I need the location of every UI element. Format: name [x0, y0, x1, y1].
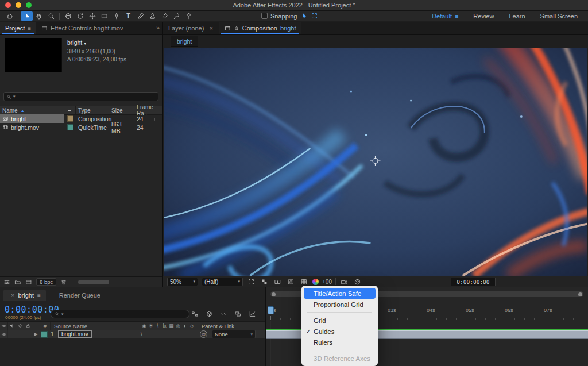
comp-flow-button[interactable]: [191, 310, 199, 318]
column-label[interactable]: [64, 106, 76, 114]
tool-type[interactable]: T: [122, 11, 134, 21]
layer-row[interactable]: ▶ 1 bright.mov \ @ None ▾: [0, 330, 265, 338]
timeline-search-input[interactable]: ▾: [51, 310, 189, 318]
interpret-footage-icon[interactable]: [3, 279, 10, 286]
menu-item-guides[interactable]: ✓Guides: [304, 326, 376, 337]
effects-switch-icon[interactable]: fx: [162, 323, 168, 329]
workspace-small-screen[interactable]: Small Screen: [540, 13, 578, 20]
column-name[interactable]: Name ▲: [0, 106, 64, 114]
project-row-footage[interactable]: bright.mov QuickTime 863 MB 24: [0, 123, 162, 132]
snapping-checkbox[interactable]: [261, 13, 268, 19]
snap-arrow-button[interactable]: [300, 12, 308, 20]
layer-switches[interactable]: \: [138, 332, 198, 337]
roi-button[interactable]: [246, 278, 256, 286]
menu-item-grid[interactable]: Grid: [304, 315, 376, 326]
collapse-switch-icon[interactable]: ☀: [148, 323, 154, 329]
tool-home[interactable]: [3, 11, 16, 21]
workspace-menu-icon[interactable]: ≡: [455, 13, 458, 20]
resolution-select[interactable]: (Half)▾: [202, 278, 243, 286]
trash-icon[interactable]: [60, 279, 67, 286]
audio-toggle[interactable]: [8, 330, 16, 338]
new-folder-icon[interactable]: [14, 279, 21, 286]
search-options-icon[interactable]: ▾: [61, 312, 64, 317]
tool-roto-brush[interactable]: [171, 11, 183, 21]
tool-orbit[interactable]: [62, 11, 74, 21]
column-size[interactable]: Size: [109, 106, 134, 114]
quality-switch-icon[interactable]: \: [141, 332, 142, 337]
parent-select[interactable]: None ▾: [212, 330, 256, 338]
panel-menu-icon[interactable]: ≡: [28, 25, 31, 32]
snap-corners-button[interactable]: [311, 12, 318, 20]
menu-item-proportional-grid[interactable]: Proportional Grid: [304, 299, 376, 310]
workspace-review[interactable]: Review: [473, 13, 494, 20]
twirl-icon[interactable]: ▶: [32, 332, 40, 337]
layer-color-chip[interactable]: [41, 331, 48, 338]
label-swatch[interactable]: [67, 124, 74, 130]
tab-project[interactable]: Project ≡: [0, 22, 36, 34]
tool-pan-behind[interactable]: [86, 11, 98, 21]
horizontal-scrollbar[interactable]: [78, 280, 109, 284]
magnification-select[interactable]: 50%▾: [167, 278, 198, 286]
bit-depth-button[interactable]: 8 bpc: [36, 278, 56, 286]
solo-toggle[interactable]: [16, 330, 24, 338]
mask-button[interactable]: [286, 278, 296, 286]
composition-mini-tab[interactable]: bright: [171, 36, 198, 47]
adjustment-switch-icon[interactable]: ◐: [182, 323, 188, 329]
navigator-handle-left[interactable]: [272, 292, 276, 296]
zoom-window-button[interactable]: [26, 2, 32, 8]
preview-time-field[interactable]: 0:00:00:00: [451, 278, 496, 286]
tool-brush[interactable]: [134, 11, 146, 21]
tool-clone-stamp[interactable]: [146, 11, 158, 21]
source-name-column-header[interactable]: Source Name: [51, 322, 138, 330]
tab-layer-viewer[interactable]: Layer (none) ×: [163, 22, 219, 34]
close-window-button[interactable]: [5, 2, 11, 8]
3d-switch-icon[interactable]: ◇: [189, 323, 195, 329]
column-frame-rate[interactable]: Frame Ra..: [134, 106, 162, 114]
lock-toggle[interactable]: [24, 330, 32, 338]
workspace-default[interactable]: Default≡: [432, 13, 458, 20]
close-icon[interactable]: ×: [11, 292, 14, 299]
project-search-input[interactable]: ▾: [3, 92, 158, 101]
index-column-header[interactable]: #: [40, 322, 51, 330]
grid-button[interactable]: [299, 278, 309, 286]
safe-button[interactable]: [273, 278, 283, 286]
new-composition-icon[interactable]: [25, 279, 32, 286]
panel-menu-icon[interactable]: ≡: [37, 292, 41, 299]
pickwhip-icon[interactable]: @: [200, 330, 207, 338]
search-options-icon[interactable]: ▾: [13, 94, 16, 99]
parent-column-header[interactable]: Parent & Link: [198, 322, 265, 330]
close-icon[interactable]: ×: [209, 25, 212, 32]
cube-button[interactable]: [205, 310, 214, 318]
wave-button[interactable]: [219, 310, 228, 318]
tool-selection[interactable]: [21, 11, 33, 21]
tab-render-queue[interactable]: Render Queue: [54, 290, 106, 301]
navigator-handle-right[interactable]: [578, 292, 582, 296]
exposure-adjust-button[interactable]: [353, 278, 362, 286]
label-swatch[interactable]: [67, 115, 74, 122]
exposure-value[interactable]: +00: [322, 279, 332, 285]
checker-button[interactable]: [260, 278, 269, 286]
layer-source-name[interactable]: bright.mov: [58, 330, 92, 338]
tool-pen[interactable]: [110, 11, 122, 21]
tool-zoom[interactable]: [45, 11, 57, 21]
channel-rgb-icon[interactable]: [312, 279, 319, 285]
workspace-learn[interactable]: Learn: [509, 13, 525, 20]
motion-blur-switch-icon[interactable]: ◎: [175, 323, 181, 329]
shy-switch-icon[interactable]: ◉: [141, 323, 147, 329]
menu-item-title-action-safe[interactable]: Title/Action Safe: [304, 288, 376, 299]
tool-rotate[interactable]: [74, 11, 86, 21]
chevron-down-icon[interactable]: ▾: [84, 41, 86, 46]
tool-puppet-pin[interactable]: [183, 11, 195, 21]
tool-eraser[interactable]: [158, 11, 171, 21]
composition-viewport[interactable]: [164, 48, 587, 276]
lock-icon[interactable]: [234, 25, 239, 31]
tool-hand[interactable]: [33, 11, 45, 21]
minimize-window-button[interactable]: [16, 2, 21, 8]
project-row-composition[interactable]: bright Composition 24: [0, 114, 162, 123]
current-time-indicator[interactable]: [268, 306, 274, 314]
graph-button[interactable]: [248, 310, 257, 318]
video-toggle[interactable]: [0, 330, 8, 338]
column-type[interactable]: Type: [76, 106, 109, 114]
frame-blend-switch-icon[interactable]: ▦: [168, 323, 174, 329]
tab-timeline-bright[interactable]: × bright ≡: [3, 290, 46, 301]
